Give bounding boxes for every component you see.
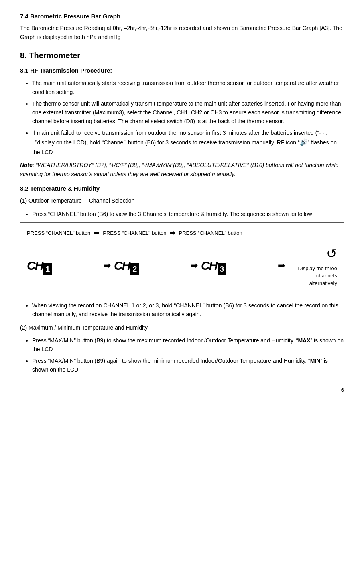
display-caption: Display the three channels alternatively [288, 265, 337, 287]
max-bullet: Press “MAX/MIN” button (B9) to show the … [32, 336, 344, 354]
ch1-block: CH 1 [27, 256, 100, 275]
arrow-2: ➡ [169, 228, 175, 238]
rf-bullet-1: The main unit automatically starts recei… [32, 79, 344, 97]
subsection-2-label: (2) Maximum / Minimum Temperature and Hu… [20, 323, 344, 332]
max-min-list: Press “MAX/MIN” button (B9) to show the … [32, 336, 344, 374]
note-body: : “WEATHER/HISTROY” (B7), “+/C/F” (B8), … [20, 162, 338, 177]
ch2-arrow: ➡ [191, 259, 198, 272]
rf-bullet-3: If main unit failed to receive transmiss… [32, 128, 344, 157]
channel-bullet-5: When viewing the record on CHANNEL 1 or … [32, 301, 344, 319]
min-bullet: Press “MAX/MIN” button (B9) again to sho… [32, 356, 344, 374]
rf-icon: 🔊 [300, 139, 308, 146]
ch1-label: CH 1 [27, 256, 52, 275]
channel-box: PRESS “CHANNEL” button ➡ PRESS “CHANNEL”… [20, 222, 344, 295]
channel-viewing-list: When viewing the record on CHANNEL 1 or … [32, 301, 344, 319]
section-7-4-title: 7.4 Barometric Pressure Bar Graph [20, 12, 344, 21]
ch3-label: CH 3 [201, 256, 226, 275]
section-7-4-body: The Barometric Pressure Reading at 0hr, … [20, 24, 344, 42]
ch2-block: CH 2 [114, 256, 187, 275]
ch2-label: CH 2 [114, 256, 139, 275]
ch1-arrow: ➡ [104, 259, 111, 272]
channel-row: CH 1 ➡ CH 2 ➡ CH 3 ➡ ↺ Display the three… [27, 242, 337, 289]
min-label-bold: MIN [310, 358, 321, 364]
section-8-header: 8. Thermometer [20, 49, 344, 61]
ch3-block: CH 3 [201, 256, 275, 275]
note-label: Note [20, 162, 33, 168]
ch3-arrow: ➡ [278, 259, 285, 272]
rf-bullet-2: The thermo sensor unit will automaticall… [32, 99, 344, 126]
subsection-1-label: (1) Outdoor Temperature--- Channel Selec… [20, 196, 344, 205]
recycle-block: ↺ Display the three channels alternative… [288, 244, 337, 287]
channel-box-header: PRESS “CHANNEL” button ➡ PRESS “CHANNEL”… [27, 228, 337, 238]
arrow-1: ➡ [94, 228, 100, 238]
channel-selection-list: Press “CHANNEL” button (B6) to view the … [32, 210, 344, 218]
note-block: Note: “WEATHER/HISTROY” (B7), “+/C/F” (B… [20, 161, 344, 179]
rf-transmission-list: The main unit automatically starts recei… [32, 79, 344, 157]
channel-bullet-4: Press “CHANNEL” button (B6) to view the … [32, 210, 344, 218]
max-label-bold: MAX [298, 337, 310, 344]
section-8-1-header: 8.1 RF Transmission Procedure: [20, 66, 344, 75]
recycle-icon: ↺ [326, 244, 337, 263]
page-number: 6 [20, 386, 344, 394]
section-8-2-header: 8.2 Temperature & Humidity [20, 184, 344, 193]
